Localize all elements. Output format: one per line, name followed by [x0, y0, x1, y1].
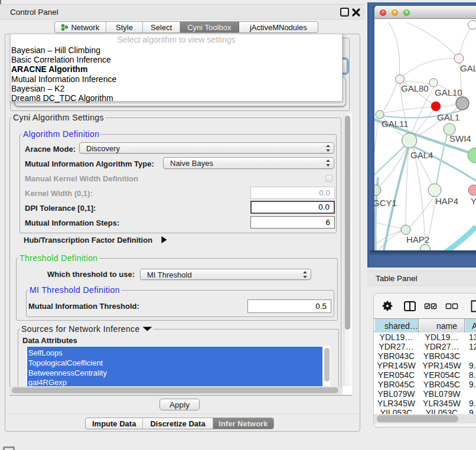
- svg-text:GAL1: GAL1: [437, 112, 459, 122]
- svg-text:SWI4: SWI4: [449, 133, 471, 144]
- svg-text:HAP2: HAP2: [406, 234, 429, 244]
- svg-text:GAL10: GAL10: [435, 87, 462, 97]
- svg-text:Y: Y: [471, 196, 476, 206]
- svg-text:GCY1: GCY1: [374, 198, 397, 208]
- svg-text:GAL4: GAL4: [410, 150, 433, 160]
- svg-text:GAL80: GAL80: [401, 83, 429, 93]
- svg-text:GAL11: GAL11: [382, 119, 409, 129]
- svg-text:HAP4: HAP4: [435, 196, 458, 206]
- svg-text:GAL: GAL: [460, 63, 476, 73]
